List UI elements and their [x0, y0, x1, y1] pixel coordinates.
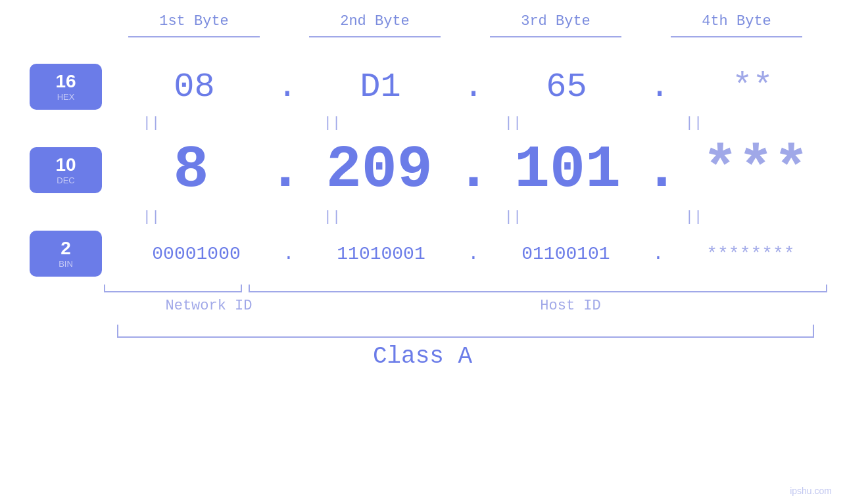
eq1-byte1: || — [85, 115, 217, 131]
eq2-byte3: || — [447, 209, 579, 225]
eq1-byte2: || — [266, 115, 398, 131]
bin-badge-number: 2 — [60, 239, 71, 259]
hex-byte3: 65 — [501, 68, 633, 106]
id-labels-row: Network ID Host ID — [104, 298, 827, 314]
dec-dot2: . — [456, 137, 491, 204]
hex-dot3: . — [649, 68, 669, 106]
bracket-byte3 — [490, 36, 621, 37]
bin-dot1: . — [283, 244, 295, 264]
hex-byte2: D1 — [314, 68, 446, 106]
byte2-header: 2nd Byte — [302, 13, 447, 30]
bin-badge-label: BIN — [59, 259, 73, 269]
bin-dot3: . — [653, 244, 664, 264]
network-id-bracket — [104, 285, 242, 292]
dec-byte2: 209 — [314, 137, 445, 204]
bracket-byte4 — [671, 36, 802, 37]
dec-dot3: . — [644, 137, 679, 204]
hex-badge-number: 16 — [55, 72, 76, 92]
byte1-header: 1st Byte — [122, 13, 266, 30]
dec-section: 10 DEC 8 . 209 . 101 . *** — [0, 137, 845, 204]
top-brackets — [104, 36, 827, 37]
dec-byte1: 8 — [126, 137, 257, 204]
bin-data-row: 00001000 . 11010001 . 01100101 . *******… — [102, 244, 845, 264]
class-label: Class A — [373, 343, 472, 370]
byte3-header: 3rd Byte — [483, 13, 628, 30]
bin-dot2: . — [468, 244, 479, 264]
dec-byte4: *** — [690, 137, 821, 204]
host-id-label: Host ID — [314, 298, 827, 314]
bin-byte3: 01100101 — [500, 244, 631, 264]
eq1-byte4: || — [628, 115, 760, 131]
bin-badge: 2 BIN — [30, 231, 102, 277]
byte4-header: 4th Byte — [664, 13, 809, 30]
bin-section: 2 BIN 00001000 . 11010001 . 01100101 . *… — [0, 231, 845, 277]
bracket-byte2 — [309, 36, 441, 37]
eq1-byte3: || — [447, 115, 579, 131]
hex-dot1: . — [277, 68, 297, 106]
hex-section: 16 HEX 08 . D1 . 65 . ** — [0, 64, 845, 110]
hex-data-row: 08 . D1 . 65 . ** — [102, 68, 845, 106]
equals-row-2: || || || || — [61, 209, 785, 225]
host-id-bracket — [249, 285, 827, 292]
dec-badge: 10 DEC — [30, 147, 102, 193]
hex-byte4: ** — [687, 68, 819, 106]
hex-dot2: . — [463, 68, 483, 106]
dec-dot1: . — [268, 137, 303, 204]
network-id-label: Network ID — [104, 298, 314, 314]
hex-badge: 16 HEX — [30, 64, 102, 110]
equals-row-1: || || || || — [61, 115, 785, 131]
bin-byte1: 00001000 — [131, 244, 262, 264]
class-bracket — [117, 325, 814, 338]
bracket-byte1 — [128, 36, 260, 37]
eq2-byte4: || — [628, 209, 760, 225]
hex-byte1: 08 — [128, 68, 260, 106]
eq2-byte1: || — [85, 209, 217, 225]
dec-badge-label: DEC — [57, 175, 74, 185]
watermark: ipshu.com — [790, 486, 832, 496]
bin-byte4: ******** — [685, 244, 816, 264]
bin-byte2: 11010001 — [316, 244, 447, 264]
bottom-bracket-row — [104, 285, 827, 292]
byte-headers: 1st Byte 2nd Byte 3rd Byte 4th Byte — [104, 13, 827, 30]
dec-data-row: 8 . 209 . 101 . *** — [102, 137, 845, 204]
main-container: 1st Byte 2nd Byte 3rd Byte 4th Byte 16 H… — [0, 0, 845, 504]
hex-badge-label: HEX — [57, 92, 75, 102]
dec-badge-number: 10 — [55, 155, 76, 175]
eq2-byte2: || — [266, 209, 398, 225]
dec-byte3: 101 — [502, 137, 633, 204]
